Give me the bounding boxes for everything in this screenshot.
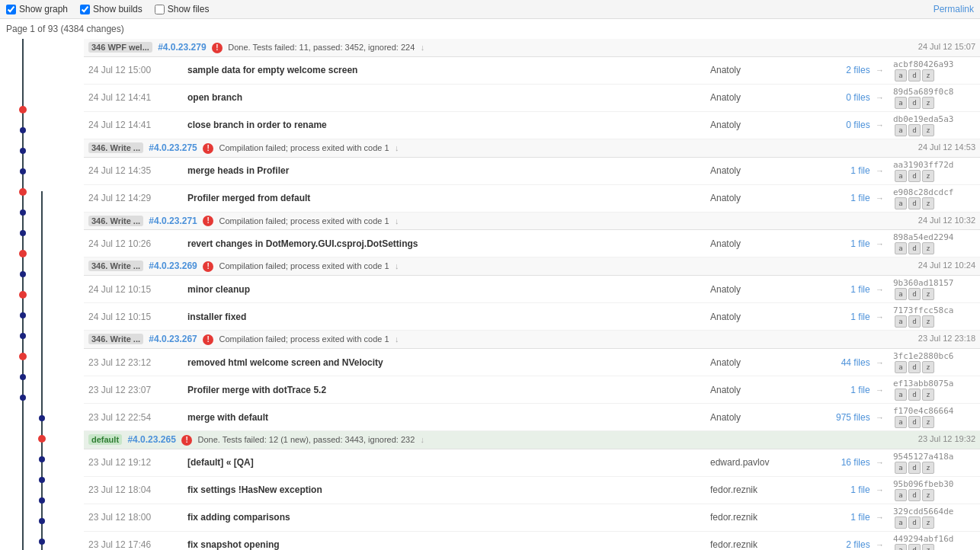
files-arrow[interactable]: → <box>876 358 884 367</box>
commit-files[interactable]: 16 files → <box>820 449 889 476</box>
build-toggle[interactable]: ↓ <box>421 435 425 444</box>
files-link[interactable]: 1 file <box>850 512 870 523</box>
action-icon-3[interactable]: z <box>922 242 934 254</box>
files-link[interactable]: 1 file <box>850 238 870 249</box>
action-icon-1[interactable]: a <box>895 69 907 82</box>
action-icon-1[interactable]: a <box>895 170 907 182</box>
action-icon-2[interactable]: d <box>908 97 921 109</box>
files-link[interactable]: 975 files <box>836 412 870 423</box>
action-icon-2[interactable]: d <box>908 516 921 529</box>
files-arrow[interactable]: → <box>876 166 884 175</box>
action-icon-1[interactable]: a <box>895 516 907 529</box>
action-icon-3[interactable]: z <box>922 462 934 474</box>
commit-files[interactable]: 1 file → <box>820 303 889 331</box>
action-icon-3[interactable]: z <box>922 544 934 550</box>
build-number[interactable]: #4.0.23.269 <box>149 261 197 271</box>
files-arrow[interactable]: → <box>876 485 884 494</box>
build-toggle[interactable]: ↓ <box>395 143 399 152</box>
build-number[interactable]: #4.0.23.279 <box>158 42 206 53</box>
action-icon-3[interactable]: z <box>922 315 934 328</box>
action-icon-1[interactable]: a <box>895 197 907 209</box>
files-arrow[interactable]: → <box>876 193 884 203</box>
commit-files[interactable]: 1 file → <box>820 157 889 184</box>
action-icon-2[interactable]: d <box>908 315 921 328</box>
action-icon-3[interactable]: z <box>922 389 934 401</box>
files-link[interactable]: 2 files <box>846 65 870 75</box>
branch-label[interactable]: 346. Write ... <box>88 261 143 271</box>
action-icon-3[interactable]: z <box>922 416 934 428</box>
files-link[interactable]: 1 file <box>850 484 870 495</box>
files-link[interactable]: 0 files <box>846 120 870 130</box>
action-icon-2[interactable]: d <box>908 416 921 428</box>
action-icon-1[interactable]: a <box>895 416 907 428</box>
commit-files[interactable]: 44 files → <box>820 349 889 376</box>
action-icon-2[interactable]: d <box>908 242 921 254</box>
branch-label[interactable]: 346. Write ... <box>88 334 143 344</box>
files-link[interactable]: 1 file <box>850 385 870 395</box>
action-icon-2[interactable]: d <box>908 489 921 501</box>
commit-files[interactable]: 0 files → <box>820 111 889 139</box>
action-icon-2[interactable]: d <box>908 288 921 300</box>
build-toggle[interactable]: ↓ <box>395 261 399 270</box>
build-toggle[interactable]: ↓ <box>395 334 399 344</box>
build-number[interactable]: #4.0.23.271 <box>149 216 197 226</box>
build-toggle[interactable]: ↓ <box>421 43 425 52</box>
action-icon-3[interactable]: z <box>922 170 934 182</box>
action-icon-3[interactable]: z <box>922 489 934 501</box>
action-icon-1[interactable]: a <box>895 242 907 254</box>
commit-files[interactable]: 0 files → <box>820 84 889 111</box>
show-builds-checkbox[interactable]: Show builds <box>80 4 143 14</box>
action-icon-1[interactable]: a <box>895 361 907 373</box>
commit-files[interactable]: 2 files → <box>820 56 889 84</box>
files-arrow[interactable]: → <box>876 312 884 321</box>
action-icon-2[interactable]: d <box>908 462 921 474</box>
files-link[interactable]: 0 files <box>846 92 870 103</box>
files-arrow[interactable]: → <box>876 513 884 522</box>
action-icon-1[interactable]: a <box>895 489 907 501</box>
action-icon-2[interactable]: d <box>908 69 921 82</box>
commit-files[interactable]: 1 file → <box>820 230 889 257</box>
action-icon-1[interactable]: a <box>895 97 907 109</box>
action-icon-2[interactable]: d <box>908 197 921 209</box>
action-icon-1[interactable]: a <box>895 544 907 550</box>
files-link[interactable]: 2 files <box>846 539 870 550</box>
commit-files[interactable]: 1 file → <box>820 376 889 404</box>
branch-label[interactable]: 346 WPF wel... <box>88 42 152 53</box>
files-link[interactable]: 1 file <box>850 312 870 322</box>
action-icon-3[interactable]: z <box>922 288 934 300</box>
files-arrow[interactable]: → <box>876 385 884 395</box>
files-arrow[interactable]: → <box>876 413 884 422</box>
action-icon-1[interactable]: a <box>895 462 907 474</box>
show-files-checkbox[interactable]: Show files <box>155 4 210 14</box>
files-link[interactable]: 1 file <box>850 284 870 295</box>
branch-label[interactable]: 346. Write ... <box>88 142 143 153</box>
files-link[interactable]: 16 files <box>841 457 870 468</box>
files-arrow[interactable]: → <box>876 239 884 248</box>
build-number[interactable]: #4.0.23.275 <box>149 142 197 153</box>
files-arrow[interactable]: → <box>876 120 884 130</box>
action-icon-2[interactable]: d <box>908 361 921 373</box>
commit-files[interactable]: 1 file → <box>820 504 889 531</box>
files-arrow[interactable]: → <box>876 458 884 467</box>
commit-files[interactable]: 1 file → <box>820 184 889 212</box>
action-icon-3[interactable]: z <box>922 97 934 109</box>
action-icon-3[interactable]: z <box>922 516 934 529</box>
permalink-link[interactable]: Permalink <box>934 4 974 14</box>
action-icon-1[interactable]: a <box>895 124 907 136</box>
commit-files[interactable]: 1 file → <box>820 476 889 504</box>
files-arrow[interactable]: → <box>876 540 884 549</box>
action-icon-1[interactable]: a <box>895 389 907 401</box>
action-icon-2[interactable]: d <box>908 124 921 136</box>
commit-files[interactable]: 1 file → <box>820 276 889 303</box>
branch-label[interactable]: default <box>88 434 122 445</box>
build-number[interactable]: #4.0.23.267 <box>149 334 197 344</box>
commit-files[interactable]: 2 files → <box>820 531 889 550</box>
files-arrow[interactable]: → <box>876 285 884 294</box>
action-icon-3[interactable]: z <box>922 361 934 373</box>
action-icon-3[interactable]: z <box>922 124 934 136</box>
show-graph-checkbox[interactable]: Show graph <box>6 4 68 14</box>
action-icon-2[interactable]: d <box>908 544 921 550</box>
files-link[interactable]: 1 file <box>850 193 870 203</box>
commit-files[interactable]: 975 files → <box>820 404 889 431</box>
action-icon-3[interactable]: z <box>922 69 934 82</box>
